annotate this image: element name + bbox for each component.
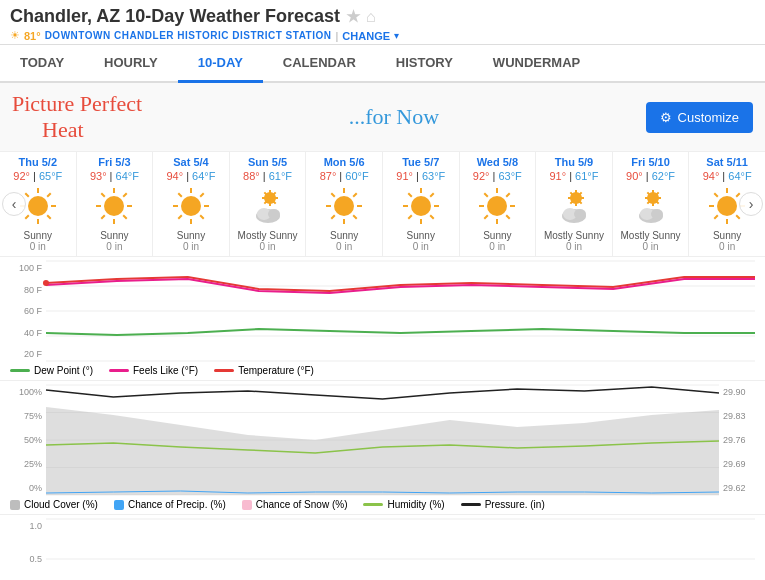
banner-line3: ...for Now [349,104,439,130]
tab-10day[interactable]: 10-DAY [178,45,263,83]
station-name[interactable]: DOWNTOWN CHANDLER HISTORIC DISTRICT STAT… [45,30,332,41]
humidity-label: Humidity (%) [387,499,444,510]
svg-point-47 [334,196,354,216]
separator: | [336,30,339,42]
svg-line-64 [485,193,489,197]
day-temps: 91° | 61°F [538,170,610,182]
feelslike-label: Feels Like (°F) [133,365,198,376]
high-temp: 91° [396,170,413,182]
banner-text: Picture Perfect Heat [12,91,142,143]
high-temp: 88° [243,170,260,182]
day-temps: 94° | 64°F [691,170,763,182]
legend-feelslike: Feels Like (°F) [109,365,198,376]
low-temp: 65°F [39,170,62,182]
day-date: Tue 5/7 [385,156,457,168]
prev-arrow[interactable]: ‹ [2,192,26,216]
day-col-2[interactable]: Sat 5/4 94° | 64°F Sunny 0 in [153,152,230,256]
feelslike-color [109,369,129,372]
tab-calendar[interactable]: CALENDAR [263,45,376,83]
header-subtitle: ☀ 81° DOWNTOWN CHANDLER HISTORIC DISTRIC… [10,29,755,42]
day-col-8[interactable]: Fri 5/10 90° | 62°F Mostly Sunny [613,152,690,256]
pressure-label: 29.76 [719,435,755,445]
day-date: Fri 5/10 [615,156,687,168]
svg-point-56 [411,196,431,216]
legend-chancesnow: Chance of Snow (%) [242,499,348,510]
day-description: Sunny [2,230,74,241]
dewpoint-color [10,369,30,372]
title-text: Chandler, AZ 10-Day Weather Forecast [10,6,340,27]
high-temp: 94° [703,170,720,182]
tab-today[interactable]: TODAY [0,45,84,83]
sunny-svg [322,184,366,228]
day-col-4[interactable]: Mon 5/6 87° | 60°F Sunny 0 in [306,152,383,256]
svg-line-55 [408,193,412,197]
chanceprecip-color [114,500,124,510]
chanceprecip-label: Chance of Precip. (%) [128,499,226,510]
y-label: 50% [10,435,46,445]
precip-plot [46,385,719,495]
tab-wundermap[interactable]: WUNDERMAP [473,45,600,83]
svg-point-38 [268,209,280,219]
high-temp: 87° [320,170,337,182]
legend-humidity: Humidity (%) [363,499,444,510]
day-col-1[interactable]: Fri 5/3 93° | 64°F Sunny 0 in [77,152,154,256]
customize-label: Customize [678,110,739,125]
precip-chart-area: 100% 75% 50% 25% 0% [10,385,755,495]
weather-icon [92,184,136,228]
svg-point-65 [487,196,507,216]
accum-svg [46,519,755,580]
svg-line-16 [102,193,106,197]
pressure-label: 29.62 [719,483,755,493]
day-description: Sunny [308,230,380,241]
day-precip: 0 in [538,241,610,252]
svg-line-46 [331,193,335,197]
chevron-down-icon[interactable]: ▾ [394,30,399,41]
day-col-6[interactable]: Wed 5/8 92° | 63°F Sunny 0 in [460,152,537,256]
high-temp: 92° [13,170,30,182]
tab-hourly[interactable]: HOURLY [84,45,178,83]
svg-line-93 [736,215,740,219]
forecast-scroll: Thu 5/2 92° | 65°F Sunny 0 in Fri 5/3 93… [0,152,765,256]
svg-line-23 [178,215,182,219]
day-col-7[interactable]: Thu 5/9 91° | 61°F Mostly Sunny [536,152,613,256]
day-precip: 0 in [2,241,74,252]
svg-line-91 [736,193,740,197]
tab-history[interactable]: HISTORY [376,45,473,83]
svg-line-62 [485,215,489,219]
customize-button[interactable]: ⚙ Customize [646,102,753,133]
low-temp: 63°F [498,170,521,182]
svg-line-40 [353,193,357,197]
day-col-5[interactable]: Tue 5/7 91° | 63°F Sunny 0 in [383,152,460,256]
svg-line-44 [331,215,335,219]
change-button[interactable]: CHANGE [342,30,390,42]
y-label: 80 F [10,285,46,295]
next-arrow[interactable]: › [739,192,763,216]
svg-point-74 [570,192,582,204]
star-icon[interactable]: ★ [346,7,360,26]
temp-svg [46,261,755,361]
temperature-label: Temperature (°F) [238,365,314,376]
day-date: Mon 5/6 [308,156,380,168]
svg-line-95 [714,215,718,219]
day-precip: 0 in [79,241,151,252]
pressure-label: 29.83 [719,411,755,421]
svg-point-98 [717,196,737,216]
low-temp: 64°F [728,170,751,182]
legend-cloudcover: Cloud Cover (%) [10,499,98,510]
y-label: 60 F [10,306,46,316]
day-col-3[interactable]: Sun 5/5 88° | 61°F Mostly Sunny [230,152,307,256]
accum-plot [46,519,755,580]
svg-line-21 [200,215,204,219]
home-icon[interactable]: ⌂ [366,8,376,26]
y-label: 20 F [10,349,46,359]
day-precip: 0 in [232,241,304,252]
day-date: Sun 5/5 [232,156,304,168]
low-temp: 61°F [575,170,598,182]
svg-line-10 [124,193,128,197]
high-temp: 93° [90,170,107,182]
svg-line-5 [25,215,29,219]
svg-marker-110 [46,407,719,495]
banner: Picture Perfect Heat ...for Now ⚙ Custom… [0,83,765,152]
high-temp: 94° [166,170,183,182]
day-temps: 94° | 64°F [155,170,227,182]
